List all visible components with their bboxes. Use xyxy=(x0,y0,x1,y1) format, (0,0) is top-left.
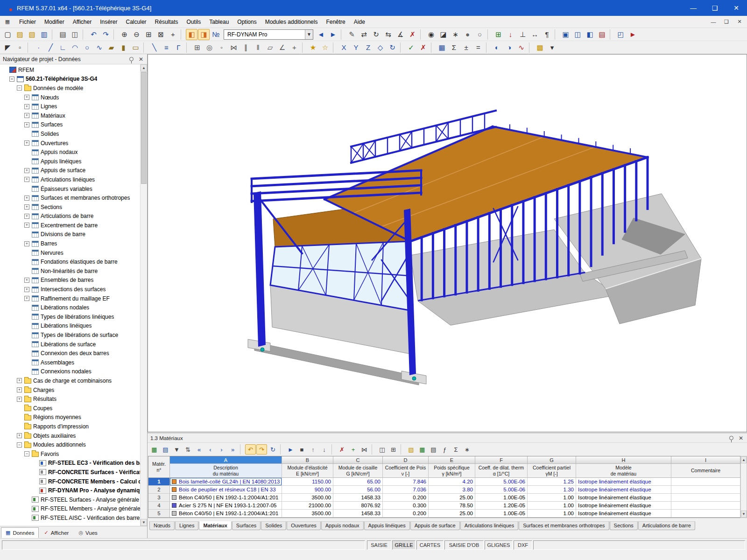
module-selector-combo[interactable]: RF-DYNAM Pro ▼ xyxy=(224,29,313,40)
generate-mesh-icon[interactable]: ⊞ xyxy=(493,29,504,40)
clipping-planes-icon[interactable]: ◪ xyxy=(437,29,449,40)
nav-back-icon[interactable]: ◄ xyxy=(315,29,327,40)
tree-expander-icon[interactable]: − xyxy=(17,442,22,448)
select-box-icon[interactable]: ▫ xyxy=(14,42,26,53)
menu-options[interactable]: Options xyxy=(233,17,261,27)
tree-item-liberations-de-surface[interactable]: −Libérations de surface xyxy=(0,340,140,349)
column-letter-d[interactable]: D xyxy=(383,456,429,464)
view-mode-icon[interactable]: ◫ xyxy=(377,444,388,455)
next-row-icon[interactable]: › xyxy=(216,444,227,455)
tree-scrollbar[interactable]: ▲ ▼ xyxy=(140,64,147,526)
table-tab-surfaces[interactable]: Surfaces xyxy=(232,521,261,530)
value-cell[interactable]: 1.20E-05 xyxy=(475,502,528,510)
color-reference-icon[interactable]: ▧ xyxy=(406,444,416,455)
tree-item-cas-de-charge-et-combinaisons[interactable]: +Cas de charge et combinaisons xyxy=(0,376,140,385)
comment-cell[interactable] xyxy=(671,478,740,486)
row-number[interactable]: 2 xyxy=(148,486,170,494)
tree-item-rf-steel-aisc-verification-des-barres[interactable]: −RF-STEEL AISC - Vérification des barres xyxy=(0,513,140,523)
table-scrollbar[interactable]: ▲ ▼ xyxy=(740,456,747,518)
value-cell[interactable]: 5.00E-06 xyxy=(475,478,528,486)
table-row[interactable]: 4Acier S 275 N | NF EN 1993-1-1:2007-052… xyxy=(148,502,740,510)
stop-calculation-icon[interactable]: ■ xyxy=(296,444,307,455)
value-cell[interactable]: 1.00 xyxy=(528,510,576,518)
tree-item-appuis-de-surface[interactable]: +Appuis de surface xyxy=(0,166,140,175)
maximize-button[interactable]: ❑ xyxy=(704,0,726,16)
tree-item-n-uds[interactable]: +Nœuds xyxy=(0,93,140,102)
comment-cell[interactable] xyxy=(671,486,740,494)
value-cell[interactable]: 1458.33 xyxy=(333,494,383,502)
navigator-tab-donnees[interactable]: ▦Données xyxy=(1,527,39,538)
tree-item-appuis-nodaux[interactable]: −Appuis nodaux xyxy=(0,147,140,157)
tree-item-assemblages[interactable]: −Assemblages xyxy=(0,358,140,367)
zoom-out-icon[interactable]: ⊖ xyxy=(131,29,142,40)
annotations-icon[interactable]: ¶ xyxy=(541,29,553,40)
menu-calculer[interactable]: Calculer xyxy=(122,17,151,27)
draw-polyline-icon[interactable]: ∟ xyxy=(57,42,69,53)
draw-line-icon[interactable]: ╱ xyxy=(45,42,56,53)
new-member-icon[interactable]: ╲ xyxy=(148,42,160,53)
tree-expander-icon[interactable]: + xyxy=(24,296,29,301)
tree-item-rf-steel-members-analyse-generale[interactable]: −RF-STEEL Members - Analyse générale xyxy=(0,504,140,514)
draw-spline-icon[interactable]: ∿ xyxy=(93,42,105,53)
model-errors-icon[interactable]: ✗ xyxy=(417,42,429,53)
table-tab-sections[interactable]: Sections xyxy=(610,521,638,530)
tree-item-excentrement-de-barre[interactable]: +Excentrement de barre xyxy=(0,221,140,230)
new-file-icon[interactable]: ▢ xyxy=(2,29,14,40)
tree-expander-icon[interactable]: − xyxy=(9,77,14,82)
tree-expander-icon[interactable]: − xyxy=(24,451,29,456)
pin-icon[interactable] xyxy=(729,436,733,440)
pin-icon[interactable] xyxy=(129,57,134,61)
table-row[interactable]: 5Béton C40/50 | EN 1992-1-1:2004/A1:2013… xyxy=(148,510,740,518)
print-preview-icon[interactable]: ◫ xyxy=(69,29,81,40)
status-toggle-saisie[interactable]: SAISIE xyxy=(367,540,391,550)
tree-item-fondations-elastiques-de-barre[interactable]: −Fondations élastiques de barre xyxy=(0,257,140,266)
table-row[interactable]: 1Bois lamellé-collé GL24h | EN 14080:201… xyxy=(148,478,740,486)
tree-item-rf-concrete-surfaces-verification[interactable]: −RF-CONCRETE Surfaces - Vérification xyxy=(0,468,140,477)
mdi-minimize-button[interactable]: — xyxy=(708,17,719,27)
tree-expander-icon[interactable]: + xyxy=(24,196,29,201)
insert-row-icon[interactable]: + xyxy=(348,444,359,455)
fx-icon[interactable]: ƒ xyxy=(439,444,450,455)
redo-table-icon[interactable]: ↷ xyxy=(256,444,267,455)
navigator-tab-afficher[interactable]: ✓Afficher xyxy=(39,527,73,538)
value-cell[interactable]: 900.00 xyxy=(282,486,333,494)
view-z-icon[interactable]: Z xyxy=(362,42,374,53)
tree-item-types-de-liberations-de-surface[interactable]: −Types de libérations de surface xyxy=(0,330,140,340)
open-file-icon[interactable]: ▨ xyxy=(14,29,26,40)
value-cell[interactable]: 1.00E-05 xyxy=(475,510,528,518)
row-down-icon[interactable]: ↓ xyxy=(319,444,330,455)
pan-view-icon[interactable]: + xyxy=(167,29,179,40)
export-excel-icon[interactable]: ▦ xyxy=(417,444,428,455)
deformed-shape-icon[interactable]: ∿ xyxy=(515,42,527,53)
table-filter-icon[interactable]: ▼ xyxy=(171,444,182,455)
tree-expander-icon[interactable]: + xyxy=(24,214,29,219)
value-cell[interactable]: 0.300 xyxy=(383,502,429,510)
tree-item-rf-dynam-pro-analyse-dynamique[interactable]: −RF-DYNAM Pro - Analyse dynamique xyxy=(0,486,140,495)
select-table-icon[interactable]: ⊞ xyxy=(388,444,399,455)
rotate-view-icon[interactable]: ↻ xyxy=(387,42,398,53)
tree-item-rapports-d-impression[interactable]: −Rapports d'impression xyxy=(0,422,140,431)
table-tab-appuis-de-surface[interactable]: Appuis de surface xyxy=(410,521,460,530)
tree-item-lignes[interactable]: +Lignes xyxy=(0,102,140,111)
table-tab-articulations-lineiques[interactable]: Articulations linéiques xyxy=(460,521,518,530)
mdi-restore-button[interactable]: ❑ xyxy=(721,17,732,27)
value-cell[interactable]: 1.00E-05 xyxy=(475,494,528,502)
check-model-icon[interactable]: ✓ xyxy=(405,42,417,53)
table-tab-ouvertures[interactable]: Ouvertures xyxy=(287,521,320,530)
first-row-icon[interactable]: « xyxy=(194,444,204,455)
zoom-all-icon[interactable]: ⊠ xyxy=(155,29,167,40)
select-special-icon[interactable]: ★ xyxy=(307,42,319,53)
redo-icon[interactable]: ↷ xyxy=(100,29,112,40)
value-cell[interactable]: 3500.00 xyxy=(282,510,333,518)
work-plane-angle-icon[interactable]: ∠ xyxy=(276,42,288,53)
table-tab-articulations-de-barre[interactable]: Articulations de barre xyxy=(638,521,695,530)
menu-modifier[interactable]: Modifier xyxy=(40,17,69,27)
value-cell[interactable]: 56.00 xyxy=(333,486,383,494)
tree-expander-icon[interactable]: + xyxy=(24,104,29,109)
value-cell[interactable]: 3500.00 xyxy=(282,494,333,502)
show-tables-icon[interactable]: ▦ xyxy=(436,42,448,53)
undo-table-icon[interactable]: ↶ xyxy=(245,444,256,455)
tree-item-articulations-de-barre[interactable]: +Articulations de barre xyxy=(0,212,140,221)
material-description-cell[interactable]: Béton C40/50 | EN 1992-1-1:2004/A1:201 xyxy=(170,494,282,502)
result-values-icon[interactable]: ◑ xyxy=(503,42,515,53)
